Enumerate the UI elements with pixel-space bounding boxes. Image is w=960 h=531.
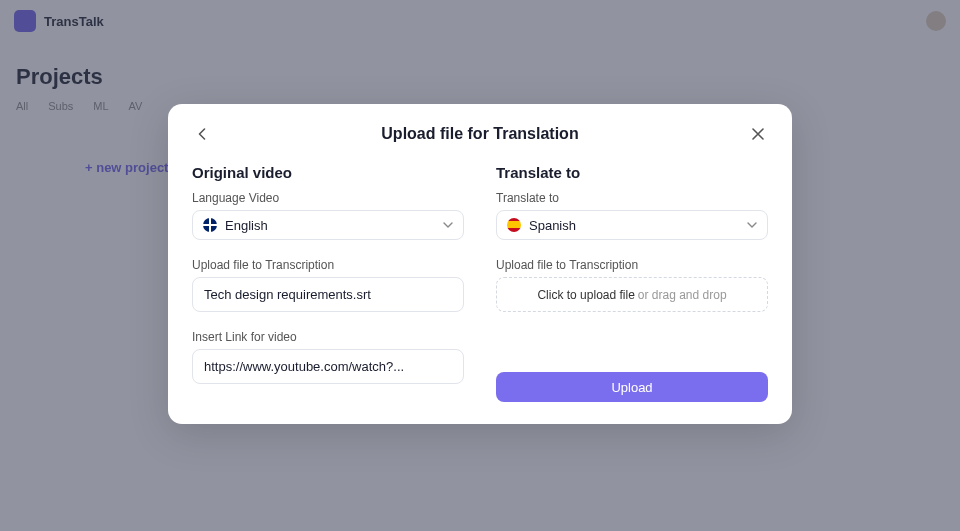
upload-button-label: Upload (611, 380, 652, 395)
upload-file-label: Upload file to Transcription (192, 258, 464, 272)
modal-title: Upload file for Translation (212, 125, 748, 143)
language-label: Language Video (192, 191, 464, 205)
dropzone-sub-text: or drag and drop (638, 288, 727, 302)
upload-modal: Upload file for Translation Original vid… (168, 104, 792, 424)
spain-flag-icon (507, 218, 521, 232)
video-link-input[interactable]: https://www.youtube.com/watch?... (192, 349, 464, 384)
link-label: Insert Link for video (192, 330, 464, 344)
close-button[interactable] (748, 124, 768, 144)
chevron-down-icon (443, 222, 453, 228)
upload-button[interactable]: Upload (496, 372, 768, 402)
target-language-value: Spanish (529, 218, 747, 233)
back-button[interactable] (192, 124, 212, 144)
source-language-select[interactable]: English (192, 210, 464, 240)
source-language-value: English (225, 218, 443, 233)
target-language-select[interactable]: Spanish (496, 210, 768, 240)
video-link-value: https://www.youtube.com/watch?... (204, 359, 404, 374)
section-heading: Original video (192, 164, 464, 181)
translate-to-section: Translate to Translate to Spanish Upload… (496, 164, 768, 402)
original-video-section: Original video Language Video English Up… (192, 164, 464, 402)
chevron-left-icon (198, 128, 206, 140)
section-heading: Translate to (496, 164, 768, 181)
uploaded-file-field[interactable]: Tech design requirements.srt (192, 277, 464, 312)
target-language-label: Translate to (496, 191, 768, 205)
file-dropzone[interactable]: Click to upload file or drag and drop (496, 277, 768, 312)
uk-flag-icon (203, 218, 217, 232)
dropzone-main-text: Click to upload file (537, 288, 634, 302)
upload-file-label: Upload file to Transcription (496, 258, 768, 272)
chevron-down-icon (747, 222, 757, 228)
uploaded-file-name: Tech design requirements.srt (204, 287, 371, 302)
close-icon (752, 128, 764, 140)
